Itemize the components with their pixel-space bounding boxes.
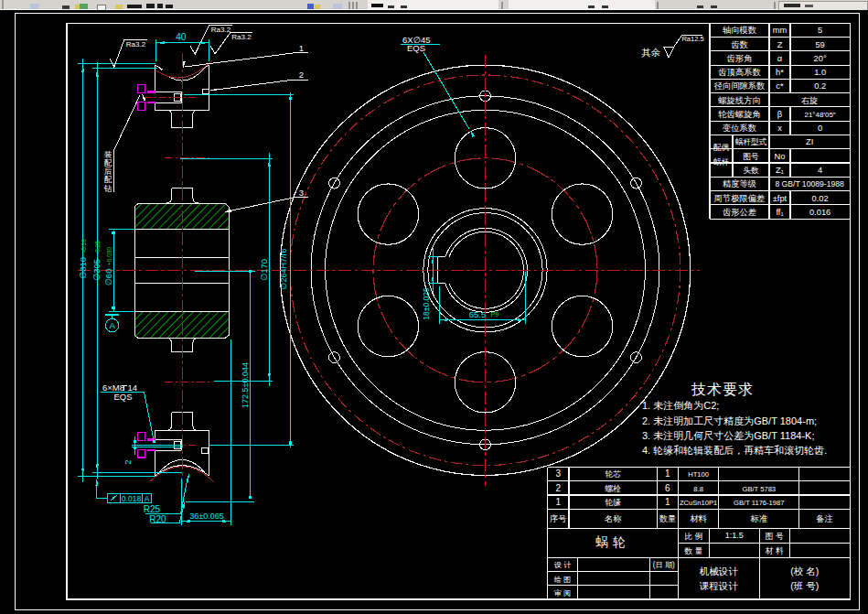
svg-text:Ra3.2: Ra3.2: [126, 40, 146, 48]
svg-text:8.8: 8.8: [693, 485, 703, 493]
svg-text:序号: 序号: [550, 514, 566, 523]
svg-text:1. 未注倒角为C2;: 1. 未注倒角为C2;: [642, 400, 719, 411]
svg-text:Ra12.5: Ra12.5: [681, 35, 703, 43]
svg-text:ff₁: ff₁: [776, 208, 783, 217]
svg-text:Z: Z: [777, 40, 783, 49]
svg-text:头数: 头数: [743, 166, 759, 175]
svg-text:Ra3.2: Ra3.2: [211, 26, 231, 34]
svg-text:±fpt: ±fpt: [773, 194, 788, 203]
svg-text:40: 40: [176, 32, 187, 42]
svg-text:5: 5: [818, 26, 822, 35]
svg-text:α: α: [777, 54, 783, 63]
svg-text:2. 未注明加工尺寸精度为GB/T 1804-m;: 2. 未注明加工尺寸精度为GB/T 1804-m;: [642, 415, 817, 426]
svg-text:标准: 标准: [750, 514, 768, 523]
svg-text:绘 图: 绘 图: [554, 576, 572, 584]
svg-text:1: 1: [665, 469, 670, 479]
svg-text:变位系数: 变位系数: [722, 124, 757, 133]
svg-text:172.5±0.044: 172.5±0.044: [241, 362, 250, 408]
svg-text:ZCuSn10P1: ZCuSn10P1: [680, 499, 717, 507]
svg-text:备注: 备注: [816, 514, 832, 523]
svg-text:6: 6: [665, 483, 670, 493]
svg-text:-0.18: -0.18: [80, 239, 87, 253]
svg-text:审 阅: 审 阅: [554, 589, 572, 598]
svg-text:径向间隙系数: 径向间隙系数: [714, 81, 766, 91]
svg-text:精度等级: 精度等级: [723, 178, 756, 189]
svg-text:P9: P9: [491, 311, 499, 318]
svg-text:齿形角: 齿形角: [727, 54, 753, 63]
svg-text:h*: h*: [776, 68, 784, 77]
svg-text:EQS: EQS: [407, 43, 425, 53]
svg-text:R25: R25: [144, 504, 161, 514]
svg-text:-0.25: -0.25: [94, 241, 101, 254]
svg-text:图号: 图号: [743, 152, 759, 161]
svg-text:机械设计: 机械设计: [700, 566, 739, 576]
svg-text:(班 号): (班 号): [790, 580, 819, 591]
svg-text:数量: 数量: [659, 514, 676, 523]
svg-text:蜗杆: 蜗杆: [713, 157, 730, 167]
svg-text:1:1.5: 1:1.5: [725, 531, 744, 540]
svg-text:4. 轮缘和轮辑装配后，再精车和滚切轮齿.: 4. 轮缘和轮辑装配后，再精车和滚切轮齿.: [642, 445, 827, 456]
svg-text:0: 0: [818, 124, 822, 133]
svg-text:GB/T 1176-1987: GB/T 1176-1987: [734, 499, 784, 507]
svg-text:齿形公差: 齿形公差: [723, 208, 756, 217]
svg-text:∅310: ∅310: [78, 257, 88, 279]
svg-text:课程设计: 课程设计: [699, 580, 739, 591]
svg-text:螺旋线方向: 螺旋线方向: [718, 96, 760, 105]
svg-text:R20: R20: [149, 514, 166, 524]
svg-text:∅170: ∅170: [259, 259, 269, 281]
svg-text:2: 2: [123, 459, 133, 464]
svg-text:轮缘: 轮缘: [605, 498, 621, 507]
svg-text:∅264H7/r6: ∅264H7/r6: [279, 249, 288, 290]
svg-text:齿顶高系数: 齿顶高系数: [718, 68, 761, 77]
svg-text:(日 期): (日 期): [653, 561, 675, 569]
svg-text:20°: 20°: [814, 54, 827, 63]
svg-text:1: 1: [299, 43, 304, 53]
svg-text:65.5: 65.5: [469, 309, 487, 319]
svg-text:其余: 其余: [641, 47, 661, 58]
svg-text:∅305: ∅305: [91, 259, 102, 281]
svg-text:A: A: [109, 320, 115, 330]
svg-text:4: 4: [818, 166, 822, 175]
svg-text:比 例: 比 例: [684, 532, 702, 541]
svg-text:0.018: 0.018: [122, 494, 142, 503]
svg-text:EQS: EQS: [114, 392, 133, 402]
svg-text:钻: 钻: [103, 184, 113, 193]
svg-text:36±0.065: 36±0.065: [189, 512, 223, 521]
svg-text:GB/T 5783: GB/T 5783: [743, 485, 777, 493]
svg-text:β: β: [777, 110, 782, 119]
svg-text:名称: 名称: [605, 514, 622, 523]
svg-text:2: 2: [555, 483, 561, 493]
svg-text:21°48′05″: 21°48′05″: [804, 111, 835, 119]
svg-text:轮芯: 轮芯: [605, 469, 621, 479]
svg-text:1: 1: [665, 497, 670, 507]
svg-text:设 计: 设 计: [554, 561, 572, 569]
svg-text:右旋: 右旋: [801, 96, 819, 105]
svg-text:3. 未注明几何尺寸公差为GB/T 1184-K;: 3. 未注明几何尺寸公差为GB/T 1184-K;: [642, 430, 814, 441]
svg-text:+0.030: +0.030: [106, 247, 113, 265]
svg-text:周节极限偏差: 周节极限偏差: [714, 194, 766, 203]
svg-text:螺栓: 螺栓: [605, 484, 621, 493]
svg-text:0.02: 0.02: [812, 194, 829, 203]
svg-text:配偶: 配偶: [713, 143, 730, 152]
svg-text:HT100: HT100: [688, 470, 709, 479]
svg-text:齿数: 齿数: [731, 40, 748, 49]
svg-text:x: x: [777, 124, 782, 133]
svg-text:Ra3.2: Ra3.2: [231, 33, 252, 41]
svg-text:18±0.025: 18±0.025: [422, 287, 431, 320]
svg-text:59: 59: [815, 40, 824, 49]
svg-text:蜗轮: 蜗轮: [595, 535, 629, 549]
svg-text:mm: mm: [773, 26, 788, 35]
svg-text:1.0: 1.0: [814, 68, 826, 77]
svg-text:2: 2: [299, 70, 304, 80]
svg-text:3: 3: [299, 188, 304, 198]
svg-text:材 料: 材 料: [765, 546, 784, 555]
svg-text:数 量: 数 量: [684, 546, 702, 555]
svg-text:技术要求: 技术要求: [691, 382, 754, 397]
svg-text:图 号: 图 号: [766, 532, 784, 541]
svg-text:A: A: [145, 494, 150, 503]
svg-text:1: 1: [555, 497, 561, 507]
svg-text:材料: 材料: [689, 514, 707, 523]
svg-text:3: 3: [555, 469, 561, 479]
svg-text:轮齿螺旋角: 轮齿螺旋角: [718, 110, 760, 119]
svg-text:ZI: ZI: [806, 137, 813, 146]
